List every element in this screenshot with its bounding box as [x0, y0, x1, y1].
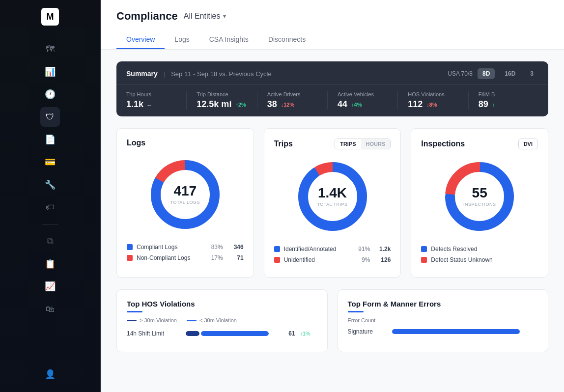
summary-date: Sep 11 - Sep 18 vs. Previous Cycle: [171, 70, 272, 78]
metric-active-vehicles-value: 44 ↑4%: [338, 99, 388, 110]
identified-trips-count: 1.2k: [376, 246, 391, 252]
trips-toggle-hours[interactable]: HOURS: [361, 139, 391, 149]
violation-row-14h: 14h Shift Limit 61 ↑1%: [127, 330, 317, 337]
sidebar-item-map[interactable]: 🗺: [40, 39, 60, 59]
metric-hos-violations-change: ↓8%: [426, 102, 437, 108]
inspections-toggle-dvl[interactable]: DVl: [519, 139, 537, 149]
sidebar-item-layers[interactable]: ⧉: [40, 231, 60, 251]
compliant-logs-label: Compliant Logs: [137, 244, 177, 251]
lt30-line: [187, 320, 197, 321]
inspections-total-label: INSPECTIONS: [463, 202, 496, 207]
metric-active-vehicles: Active Vehicles 44 ↑4%: [338, 91, 398, 110]
sidebar-item-card[interactable]: 💳: [40, 152, 60, 172]
sidebar-item-clock[interactable]: 🕐: [40, 84, 60, 104]
metric-trip-distance-change: ↑2%: [235, 102, 246, 108]
metric-trip-distance-label: Trip Distance: [197, 91, 247, 97]
sidebar-item-document[interactable]: 📄: [40, 130, 60, 149]
metric-fmb: F&M B 89 ↑: [479, 91, 538, 110]
metric-trip-distance: Trip Distance 12.5k mi ↑2%: [197, 91, 257, 110]
compliant-logs-count: 346: [229, 244, 244, 251]
sidebar-item-shop[interactable]: 🛍: [40, 299, 60, 319]
tab-disconnects[interactable]: Disconnects: [258, 30, 315, 49]
metric-fmb-value: 89 ↑: [479, 99, 529, 110]
logs-total-label: TOTAL LOGS: [170, 200, 200, 205]
error-signature-label: Signature: [348, 328, 387, 335]
cycle-8d-button[interactable]: 8D: [478, 68, 495, 79]
violation-bar-light-fill: [201, 331, 269, 336]
logs-card: Logs 417 TOTAL LOGS: [116, 128, 254, 278]
logs-donut: 417 TOTAL LOGS: [146, 155, 225, 234]
sidebar-nav: 🗺 📊 🕐 🛡 📄 💳 🔧 🏷 ⧉ 📋 📈 🛍: [0, 39, 100, 319]
form-errors-title: Top Form & Manner Errors: [348, 300, 538, 308]
logs-legend-compliant: Compliant Logs 83% 346: [127, 244, 244, 251]
noncompliant-logs-label: Non-Compliant Logs: [137, 254, 190, 261]
error-col-label: Error Count: [348, 317, 538, 323]
violation-legend-gt30: > 30m Violation: [127, 317, 177, 323]
inspections-legend-unknown: Defect Status Unknown: [421, 256, 538, 263]
app-logo[interactable]: M: [41, 8, 59, 26]
tab-overview[interactable]: Overview: [116, 30, 165, 49]
sidebar-item-tag[interactable]: 🏷: [40, 197, 60, 217]
sidebar-bottom: 👤: [40, 364, 60, 384]
inspections-card: Inspections DVl 55 INSPEC: [411, 128, 548, 278]
inspections-total-number: 55: [463, 186, 496, 200]
violation-bar-dark-fill: [186, 331, 199, 336]
main-content: Compliance All Entities ▾ Overview Logs …: [101, 0, 564, 392]
defects-resolved-label: Defects Resolved: [431, 246, 477, 252]
trips-card: Trips TRIPS HOURS 1.4K: [264, 128, 401, 278]
cycle-3-button[interactable]: 3: [525, 68, 538, 79]
defects-resolved-dot: [421, 246, 427, 252]
metric-active-drivers-change: ↓12%: [281, 102, 295, 108]
metric-active-drivers-label: Active Drivers: [267, 91, 317, 97]
gt30-label: > 30m Violation: [140, 317, 177, 323]
inspections-card-title: Inspections: [421, 140, 465, 148]
hos-violations-card: Top HOS Violations > 30m Violation < 30m…: [116, 289, 328, 352]
inspections-donut-wrapper: 55 INSPECTIONS: [421, 157, 538, 236]
trips-toggle-group: TRIPS HOURS: [335, 139, 391, 149]
trips-toggle-trips[interactable]: TRIPS: [335, 139, 361, 149]
violation-bar-light: [201, 331, 269, 336]
trips-total-number: 1.4K: [317, 186, 347, 200]
inspections-legend-resolved: Defects Resolved: [421, 246, 538, 252]
trips-total-label: TOTAL TRIPS: [317, 202, 347, 207]
page-header: Compliance All Entities ▾ Overview Logs …: [101, 0, 564, 50]
metric-active-vehicles-change: ↑4%: [351, 102, 362, 108]
trips-card-title: Trips: [274, 140, 293, 148]
hos-violations-underline: [127, 311, 142, 312]
violation-bar-dark: [186, 331, 199, 336]
identified-trips-label: Identified/Annotated: [284, 246, 337, 252]
sidebar-item-shield[interactable]: 🛡: [40, 107, 60, 127]
defect-status-unknown-dot: [421, 257, 427, 263]
logs-card-title: Logs: [127, 139, 244, 147]
trips-legend-identified: Identified/Annotated 91% 1.2k: [274, 246, 391, 252]
unidentified-trips-dot: [274, 257, 280, 263]
logs-donut-wrapper: 417 TOTAL LOGS: [127, 155, 244, 234]
logs-total-number: 417: [170, 184, 200, 198]
unidentified-trips-count: 126: [376, 256, 391, 263]
noncompliant-logs-pct: 17%: [211, 254, 223, 261]
sidebar-item-chart[interactable]: 📊: [40, 62, 60, 82]
metric-fmb-label: F&M B: [479, 91, 529, 97]
entity-selector[interactable]: All Entities ▾: [184, 12, 226, 21]
summary-title-group: Summary | Sep 11 - Sep 18 vs. Previous C…: [126, 70, 272, 78]
inspections-donut-center: 55 INSPECTIONS: [463, 186, 496, 207]
unidentified-trips-pct: 9%: [362, 256, 370, 263]
sidebar-item-file[interactable]: 📋: [40, 254, 60, 274]
cards-row: Logs 417 TOTAL LOGS: [116, 128, 548, 278]
tab-csa-insights[interactable]: CSA Insights: [199, 30, 258, 49]
metric-trip-hours-change: --: [147, 102, 151, 108]
sidebar-item-user[interactable]: 👤: [40, 364, 60, 384]
sidebar: M 🗺 📊 🕐 🛡 📄 💳 🔧 🏷 ⧉ 📋 📈 🛍 👤: [0, 0, 101, 392]
metric-active-drivers-value: 38 ↓12%: [267, 99, 317, 110]
sidebar-divider: [42, 224, 58, 224]
sidebar-item-wrench[interactable]: 🔧: [40, 175, 60, 195]
summary-separator: |: [164, 70, 165, 78]
tab-logs[interactable]: Logs: [165, 30, 199, 49]
trips-donut-wrapper: 1.4K TOTAL TRIPS: [274, 157, 391, 236]
inspections-card-header: Inspections DVl: [421, 139, 538, 149]
cycle-16d-button[interactable]: 16D: [500, 68, 520, 79]
identified-trips-pct: 91%: [358, 246, 370, 252]
sidebar-item-analytics[interactable]: 📈: [40, 277, 60, 296]
summary-bar: Summary | Sep 11 - Sep 18 vs. Previous C…: [116, 61, 548, 116]
violation-14h-count: 61: [283, 330, 295, 337]
